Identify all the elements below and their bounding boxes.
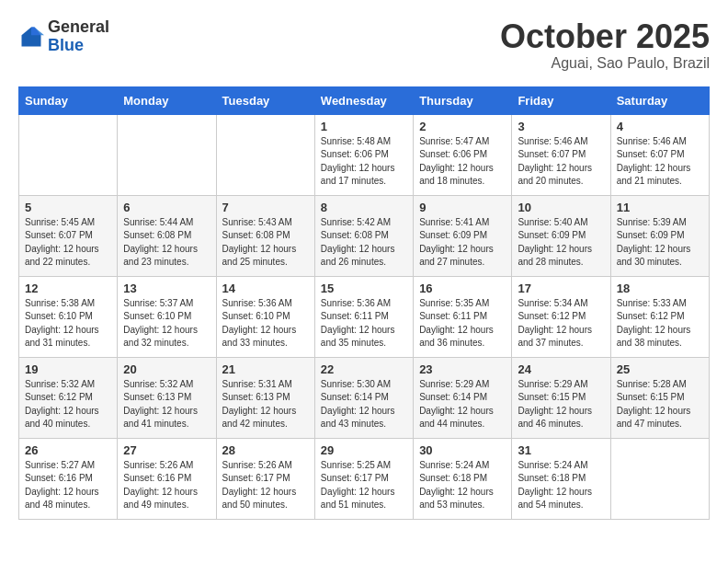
calendar-cell: 7Sunrise: 5:43 AM Sunset: 6:08 PM Daylig… xyxy=(216,195,314,276)
day-number: 24 xyxy=(518,362,604,376)
day-number: 7 xyxy=(222,201,309,214)
calendar-cell: 26Sunrise: 5:27 AM Sunset: 6:16 PM Dayli… xyxy=(19,438,118,519)
day-number: 28 xyxy=(222,443,309,457)
location: Aguai, Sao Paulo, Brazil xyxy=(500,55,710,72)
calendar-cell xyxy=(19,114,118,195)
cell-details: Sunrise: 5:47 AM Sunset: 6:06 PM Dayligh… xyxy=(419,135,506,189)
cell-details: Sunrise: 5:48 AM Sunset: 6:06 PM Dayligh… xyxy=(321,135,407,189)
title-block: October 2025 Aguai, Sao Paulo, Brazil xyxy=(500,18,710,72)
day-number: 22 xyxy=(321,362,407,376)
cell-details: Sunrise: 5:28 AM Sunset: 6:15 PM Dayligh… xyxy=(617,378,703,431)
svg-marker-2 xyxy=(31,27,41,35)
cell-details: Sunrise: 5:31 AM Sunset: 6:13 PM Dayligh… xyxy=(222,378,309,431)
calendar-cell: 29Sunrise: 5:25 AM Sunset: 6:17 PM Dayli… xyxy=(314,438,413,519)
day-number: 29 xyxy=(321,443,407,457)
day-number: 26 xyxy=(25,443,111,457)
day-number: 13 xyxy=(123,282,210,295)
weekday-header-friday: Friday xyxy=(512,86,610,114)
cell-details: Sunrise: 5:30 AM Sunset: 6:14 PM Dayligh… xyxy=(321,378,407,431)
cell-details: Sunrise: 5:26 AM Sunset: 6:16 PM Dayligh… xyxy=(123,459,210,512)
calendar-cell: 28Sunrise: 5:26 AM Sunset: 6:17 PM Dayli… xyxy=(216,438,314,519)
calendar-cell: 9Sunrise: 5:41 AM Sunset: 6:09 PM Daylig… xyxy=(414,195,512,276)
cell-details: Sunrise: 5:32 AM Sunset: 6:13 PM Dayligh… xyxy=(123,378,210,431)
week-row-5: 26Sunrise: 5:27 AM Sunset: 6:16 PM Dayli… xyxy=(19,438,710,519)
day-number: 6 xyxy=(123,201,210,214)
week-row-3: 12Sunrise: 5:38 AM Sunset: 6:10 PM Dayli… xyxy=(19,276,710,357)
cell-details: Sunrise: 5:25 AM Sunset: 6:17 PM Dayligh… xyxy=(321,459,407,512)
calendar-cell: 18Sunrise: 5:33 AM Sunset: 6:12 PM Dayli… xyxy=(610,276,709,357)
calendar-cell: 21Sunrise: 5:31 AM Sunset: 6:13 PM Dayli… xyxy=(216,357,314,438)
weekday-header-saturday: Saturday xyxy=(610,86,709,114)
calendar-cell: 30Sunrise: 5:24 AM Sunset: 6:18 PM Dayli… xyxy=(414,438,512,519)
cell-details: Sunrise: 5:39 AM Sunset: 6:09 PM Dayligh… xyxy=(617,216,703,270)
calendar-cell: 4Sunrise: 5:46 AM Sunset: 6:07 PM Daylig… xyxy=(610,114,709,195)
day-number: 5 xyxy=(25,201,111,214)
day-number: 23 xyxy=(419,362,506,376)
calendar-cell: 19Sunrise: 5:32 AM Sunset: 6:12 PM Dayli… xyxy=(19,357,118,438)
weekday-header-row: SundayMondayTuesdayWednesdayThursdayFrid… xyxy=(19,86,710,114)
day-number: 18 xyxy=(617,282,703,295)
cell-details: Sunrise: 5:36 AM Sunset: 6:10 PM Dayligh… xyxy=(222,297,309,350)
cell-details: Sunrise: 5:29 AM Sunset: 6:14 PM Dayligh… xyxy=(419,378,506,431)
calendar-cell: 20Sunrise: 5:32 AM Sunset: 6:13 PM Dayli… xyxy=(118,357,216,438)
cell-details: Sunrise: 5:27 AM Sunset: 6:16 PM Dayligh… xyxy=(25,459,111,512)
calendar-cell: 6Sunrise: 5:44 AM Sunset: 6:08 PM Daylig… xyxy=(118,195,216,276)
cell-details: Sunrise: 5:36 AM Sunset: 6:11 PM Dayligh… xyxy=(321,297,407,350)
cell-details: Sunrise: 5:40 AM Sunset: 6:09 PM Dayligh… xyxy=(518,216,604,270)
weekday-header-monday: Monday xyxy=(118,86,216,114)
cell-details: Sunrise: 5:44 AM Sunset: 6:08 PM Dayligh… xyxy=(123,216,210,270)
logo-icon xyxy=(18,24,44,50)
day-number: 20 xyxy=(123,362,210,376)
day-number: 27 xyxy=(123,443,210,457)
calendar-table: SundayMondayTuesdayWednesdayThursdayFrid… xyxy=(18,86,710,520)
day-number: 11 xyxy=(617,201,703,214)
logo-text: General Blue xyxy=(48,18,109,55)
weekday-header-sunday: Sunday xyxy=(19,86,118,114)
calendar-cell: 17Sunrise: 5:34 AM Sunset: 6:12 PM Dayli… xyxy=(512,276,610,357)
day-number: 14 xyxy=(222,282,309,295)
page-header: General Blue October 2025 Aguai, Sao Pau… xyxy=(18,18,710,72)
day-number: 19 xyxy=(25,362,111,376)
logo: General Blue xyxy=(18,18,109,55)
week-row-1: 1Sunrise: 5:48 AM Sunset: 6:06 PM Daylig… xyxy=(19,114,710,195)
calendar-cell: 10Sunrise: 5:40 AM Sunset: 6:09 PM Dayli… xyxy=(512,195,610,276)
calendar-cell: 25Sunrise: 5:28 AM Sunset: 6:15 PM Dayli… xyxy=(610,357,709,438)
calendar-cell: 14Sunrise: 5:36 AM Sunset: 6:10 PM Dayli… xyxy=(216,276,314,357)
calendar-cell xyxy=(610,438,709,519)
cell-details: Sunrise: 5:26 AM Sunset: 6:17 PM Dayligh… xyxy=(222,459,309,512)
cell-details: Sunrise: 5:34 AM Sunset: 6:12 PM Dayligh… xyxy=(518,297,604,350)
calendar-cell: 1Sunrise: 5:48 AM Sunset: 6:06 PM Daylig… xyxy=(314,114,413,195)
calendar-cell: 2Sunrise: 5:47 AM Sunset: 6:06 PM Daylig… xyxy=(414,114,512,195)
cell-details: Sunrise: 5:32 AM Sunset: 6:12 PM Dayligh… xyxy=(25,378,111,431)
calendar-cell: 31Sunrise: 5:24 AM Sunset: 6:18 PM Dayli… xyxy=(512,438,610,519)
day-number: 3 xyxy=(518,120,604,133)
calendar-cell: 24Sunrise: 5:29 AM Sunset: 6:15 PM Dayli… xyxy=(512,357,610,438)
day-number: 12 xyxy=(25,282,111,295)
day-number: 25 xyxy=(617,362,703,376)
cell-details: Sunrise: 5:42 AM Sunset: 6:08 PM Dayligh… xyxy=(321,216,407,270)
calendar-cell: 3Sunrise: 5:46 AM Sunset: 6:07 PM Daylig… xyxy=(512,114,610,195)
cell-details: Sunrise: 5:35 AM Sunset: 6:11 PM Dayligh… xyxy=(419,297,506,350)
weekday-header-wednesday: Wednesday xyxy=(314,86,413,114)
day-number: 31 xyxy=(518,443,604,457)
cell-details: Sunrise: 5:24 AM Sunset: 6:18 PM Dayligh… xyxy=(419,459,506,512)
calendar-cell: 16Sunrise: 5:35 AM Sunset: 6:11 PM Dayli… xyxy=(414,276,512,357)
day-number: 21 xyxy=(222,362,309,376)
cell-details: Sunrise: 5:46 AM Sunset: 6:07 PM Dayligh… xyxy=(617,135,703,189)
cell-details: Sunrise: 5:33 AM Sunset: 6:12 PM Dayligh… xyxy=(617,297,703,350)
calendar-cell xyxy=(216,114,314,195)
cell-details: Sunrise: 5:46 AM Sunset: 6:07 PM Dayligh… xyxy=(518,135,604,189)
cell-details: Sunrise: 5:24 AM Sunset: 6:18 PM Dayligh… xyxy=(518,459,604,512)
calendar-cell xyxy=(118,114,216,195)
week-row-4: 19Sunrise: 5:32 AM Sunset: 6:12 PM Dayli… xyxy=(19,357,710,438)
cell-details: Sunrise: 5:43 AM Sunset: 6:08 PM Dayligh… xyxy=(222,216,309,270)
calendar-cell: 5Sunrise: 5:45 AM Sunset: 6:07 PM Daylig… xyxy=(19,195,118,276)
day-number: 17 xyxy=(518,282,604,295)
day-number: 8 xyxy=(321,201,407,214)
week-row-2: 5Sunrise: 5:45 AM Sunset: 6:07 PM Daylig… xyxy=(19,195,710,276)
day-number: 15 xyxy=(321,282,407,295)
calendar-cell: 27Sunrise: 5:26 AM Sunset: 6:16 PM Dayli… xyxy=(118,438,216,519)
calendar-cell: 8Sunrise: 5:42 AM Sunset: 6:08 PM Daylig… xyxy=(314,195,413,276)
weekday-header-thursday: Thursday xyxy=(414,86,512,114)
month-title: October 2025 xyxy=(500,18,710,55)
